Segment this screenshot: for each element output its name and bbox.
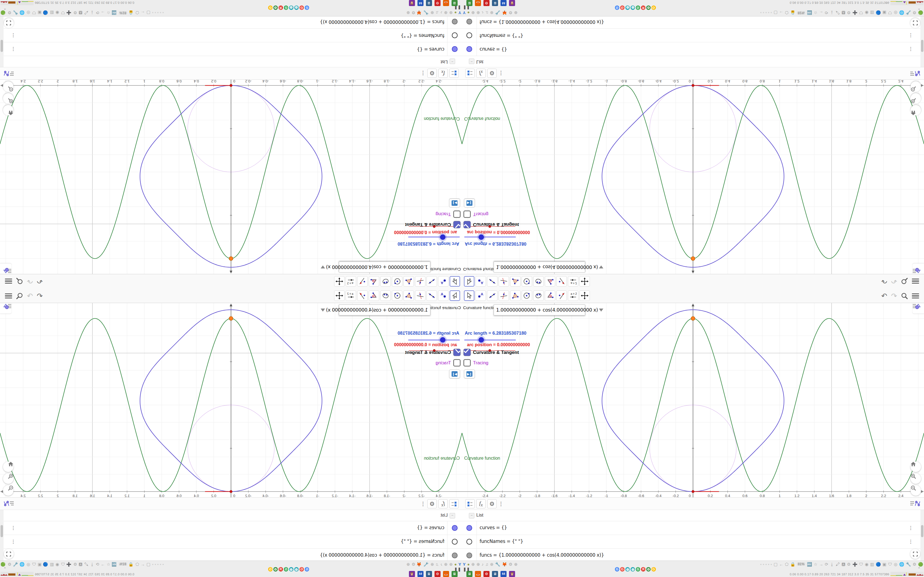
dropdown-caret-icon[interactable]	[599, 266, 603, 269]
fx-button[interactable]: fx	[476, 499, 486, 508]
slider-tool-button[interactable]: a = 2	[568, 276, 578, 287]
extension-icon[interactable]: ⭳	[830, 562, 834, 566]
visibility-toggle[interactable]	[467, 525, 472, 531]
redo-icon[interactable]: ↷	[891, 292, 897, 300]
extension-icon[interactable]: 🔧	[906, 562, 911, 566]
menu-icon[interactable]	[5, 277, 12, 285]
arc-length-text[interactable]: Arc length = 6.283185307180	[465, 330, 527, 336]
extension-icon[interactable]: ▥	[50, 562, 54, 566]
taskbar-app-icon[interactable]: 64	[501, 0, 507, 6]
favicon[interactable]: Я	[641, 567, 645, 572]
extension-icon[interactable]: ⚙	[913, 562, 916, 566]
algebra-scrollbar[interactable]	[0, 510, 3, 561]
tray-icon[interactable]: ⊕	[490, 562, 494, 566]
tray-icon[interactable]: ←	[141, 562, 145, 566]
fx-button[interactable]: fx	[438, 499, 448, 508]
favicon[interactable]: G	[620, 567, 625, 572]
home-view-button[interactable]	[3, 462, 13, 472]
curvature-function-input[interactable]: 1.000000000000 + cos(4.000000000000 x)	[339, 261, 430, 272]
tray-icon[interactable]: ◦ ◦ ◦ ◦ ◦	[152, 562, 164, 566]
point-tool-button[interactable]: A	[475, 290, 486, 301]
taskbar-app-icon[interactable]: 🖥	[452, 0, 457, 6]
scrollbar-thumb[interactable]	[0, 525, 3, 537]
circle-tool-button[interactable]	[522, 290, 532, 301]
extension-icon[interactable]: →	[101, 11, 105, 15]
tray-icon[interactable]: ←	[141, 11, 145, 15]
point-tool-button[interactable]: A	[475, 276, 486, 287]
settings-button[interactable]: ⚙	[487, 69, 497, 78]
extension-icon[interactable]: ⭳	[90, 562, 94, 566]
extension-icon[interactable]: ➕	[66, 562, 72, 566]
extension-icon[interactable]: 🛡	[32, 11, 36, 15]
extension-icon[interactable]: 🔤	[112, 11, 117, 15]
extension-icon[interactable]: ⚙	[847, 11, 851, 15]
algebra-row-funcnames[interactable]: funcNames = {" "} ⋮	[462, 28, 924, 42]
tray-icon[interactable]: ⚙	[509, 562, 512, 566]
tray-icon[interactable]: ⊕	[449, 11, 453, 15]
tray-icon[interactable]: 🦊	[502, 11, 507, 15]
conic-tool-button[interactable]	[380, 290, 391, 301]
tray-icon[interactable]: ⊕	[477, 11, 480, 15]
zoom-in-button[interactable]	[3, 93, 13, 103]
algebra-scrollbar[interactable]	[0, 16, 3, 67]
visibility-toggle[interactable]	[452, 525, 457, 531]
extension-icon[interactable]: 🌐	[20, 11, 25, 15]
favicon[interactable]: G	[305, 5, 309, 10]
extension-icon[interactable]: 🅰	[79, 11, 82, 15]
reflect-tool-button[interactable]	[556, 276, 567, 287]
extension-icon[interactable]: ▣	[38, 562, 42, 566]
extension-icon[interactable]: 🖍	[84, 11, 88, 15]
dropdown-caret-icon[interactable]	[321, 266, 325, 269]
curvature-function-input[interactable]: 1.000000000000 + cos(4.000000000000 x)	[494, 305, 585, 316]
line-tool-button[interactable]	[487, 290, 498, 301]
step-button[interactable]: ▶❙	[449, 199, 460, 208]
arc-length-slider-knob[interactable]	[478, 337, 484, 343]
tracing-checkbox[interactable]	[453, 359, 460, 366]
tray-icon[interactable]: Y	[463, 11, 465, 15]
tray-icon[interactable]: ⚙	[509, 11, 512, 15]
extension-icon[interactable]: 🔧	[906, 11, 911, 15]
extension-icon[interactable]: 🔧	[13, 11, 18, 15]
extension-icon[interactable]: ◎	[894, 11, 897, 15]
favicon[interactable]: ✿	[646, 567, 651, 572]
extension-icon[interactable]: 🖍	[836, 11, 840, 15]
extension-icon[interactable]: →	[819, 562, 823, 566]
curvature-tangent-checkbox[interactable]	[464, 221, 471, 228]
arc-length-slider-knob[interactable]	[478, 234, 484, 240]
taskbar-app-icon[interactable]: ⚙	[435, 571, 441, 577]
curve-text-label[interactable]: Curvature function	[464, 456, 500, 461]
settings-button[interactable]: ⚙	[487, 499, 497, 508]
extension-icon[interactable]: ▣	[882, 562, 886, 566]
circle-tool-button[interactable]	[392, 276, 402, 287]
taskbar-app-icon[interactable]: 🖥	[426, 0, 432, 6]
move-tool-button[interactable]	[464, 290, 474, 301]
extension-icon[interactable]: ▣	[882, 11, 886, 15]
extension-icon[interactable]: ➕	[852, 562, 858, 566]
polygon-tool-button[interactable]	[404, 276, 414, 287]
fx-button[interactable]: fx	[438, 69, 448, 78]
search-icon[interactable]	[16, 277, 23, 285]
angle-tool-button[interactable]: α	[545, 290, 555, 301]
polygon-tool-button[interactable]	[404, 290, 414, 301]
zoom-in-button[interactable]	[3, 474, 13, 484]
algebra-row-curves[interactable]: curves = {} ⋮	[0, 42, 462, 56]
browser-zoom-badge[interactable]: 81%	[797, 562, 805, 566]
perpendicular-line-tool-button[interactable]	[499, 276, 509, 287]
step-button[interactable]: ▶❙	[449, 369, 460, 378]
extension-icon[interactable]: ☆	[814, 11, 817, 15]
visibility-toggle[interactable]	[452, 553, 457, 558]
step-button[interactable]: ▶❙	[464, 199, 475, 208]
taskbar-app-icon[interactable]: 🖥	[467, 571, 472, 577]
row-kebab-menu[interactable]: ⋮	[11, 539, 16, 545]
tray-icon[interactable]: ◦ ◦ ◦ ◦ ◦	[152, 11, 164, 15]
tray-icon[interactable]: ⊕	[477, 562, 480, 566]
taskbar-app-icon[interactable]: 🖥	[492, 0, 498, 6]
tray-icon[interactable]: ⚙	[412, 11, 415, 15]
stylebar-kebab-menu[interactable]: ⋮	[420, 499, 426, 508]
conic-tool-button[interactable]	[380, 276, 391, 287]
visibility-toggle[interactable]	[467, 46, 472, 52]
zoom-out-button[interactable]	[3, 81, 13, 92]
tray-expand-chevron-icon[interactable]: ⌃	[918, 567, 921, 571]
algebra-tree-button[interactable]	[465, 69, 475, 78]
favicon[interactable]: ✿	[646, 5, 651, 10]
